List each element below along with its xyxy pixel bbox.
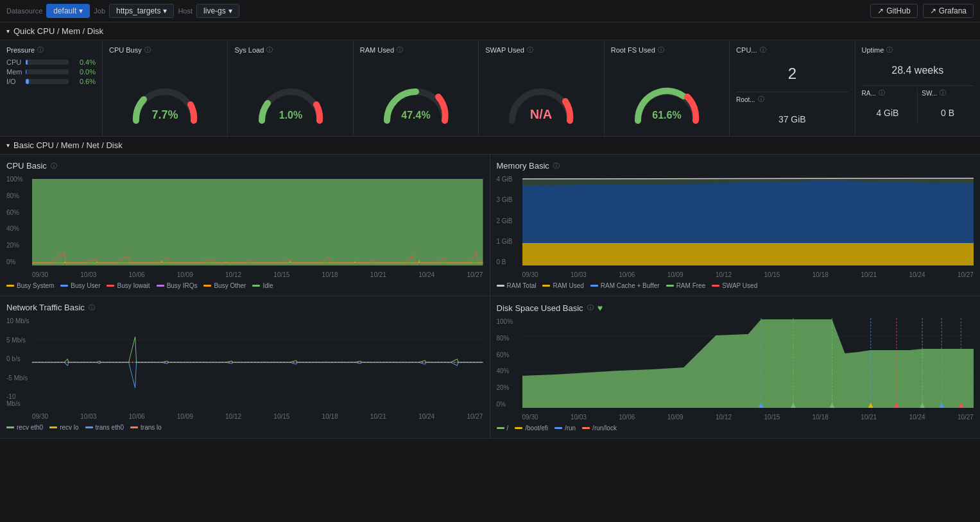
mem-pressure-row: Mem 0.0% (6, 68, 96, 76)
svg-text:47.4%: 47.4% (401, 110, 430, 121)
cpu-cores-value: 2 (736, 58, 848, 89)
cpu-cores-card: CPU... ⓘ 2 Root... ⓘ 37 GiB (730, 40, 855, 136)
svg-text:7.7%: 7.7% (152, 108, 178, 121)
net-x-labels: 09/3010/0310/0610/0910/1210/1510/1810/21… (32, 413, 483, 420)
io-pressure-val: 0.6% (73, 78, 96, 85)
cpu-pressure-row: CPU 0.4% (6, 58, 96, 66)
ram-used-card: RAM Used ⓘ 47.4% (354, 40, 479, 136)
info-icon[interactable]: ⓘ (527, 46, 533, 55)
github-button[interactable]: ↗ GitHub (870, 4, 917, 18)
svg-marker-32 (522, 319, 974, 408)
cpu-pressure-val: 0.4% (73, 58, 96, 66)
external-link-icon: ↗ (877, 6, 884, 15)
info-icon[interactable]: ⓘ (553, 162, 560, 171)
collapse-icon: ▾ (6, 142, 10, 149)
info-icon[interactable]: ⓘ (51, 162, 57, 171)
cpu-busy-gauge: 7.7% (109, 58, 221, 144)
memory-basic-panel: Memory Basic ⓘ 4 GiB3 GiB2 GiB1 GiB0 B (490, 155, 981, 296)
charts-grid: CPU Basic ⓘ 100%80%60%40%20%0% (0, 154, 980, 439)
disk-chart-title: Disk Space Used Basic ⓘ ♥ (497, 303, 974, 313)
mem-bar-fill (26, 69, 26, 74)
net-chart-title: Network Traffic Basic ⓘ (6, 303, 483, 312)
network-basic-panel: Network Traffic Basic ⓘ 10 Mb/s5 Mb/s0 b… (0, 296, 490, 439)
disk-chart-inner (522, 318, 974, 408)
uptime-value: 28.4 weeks (862, 58, 974, 83)
svg-text:1.0%: 1.0% (279, 110, 302, 121)
mem-legend: RAM Total RAM Used RAM Cache + Buffer RA… (497, 282, 974, 289)
disk-legend: / /boot/efi /run /run/lock (497, 425, 974, 432)
info-icon[interactable]: ⓘ (397, 46, 403, 55)
cpu-bar-fill (26, 60, 28, 65)
topbar: Datasource default ▾ Job https_targets ▾… (0, 0, 980, 22)
io-pressure-row: I/O 0.6% (6, 78, 96, 85)
io-bar-fill (26, 79, 29, 84)
swap-used-card: SWAP Used ⓘ N/A (479, 40, 604, 136)
sys-load-card: Sys Load ⓘ 1.0% (228, 40, 353, 136)
net-chart-area: 10 Mb/s5 Mb/s0 b/s-5 Mb/s-10 Mb/s (6, 317, 483, 420)
datasource-dropdown[interactable]: default ▾ (46, 4, 90, 18)
cpu-chart-inner (32, 176, 483, 265)
mem-x-labels: 09/3010/0310/0610/0910/1210/1510/1810/21… (522, 271, 974, 278)
info-icon[interactable]: ⓘ (266, 46, 273, 55)
sys-load-gauge: 1.0% (234, 58, 346, 144)
disk-y-labels: 100%80%60%40%20%0% (497, 318, 521, 408)
svg-text:N/A: N/A (530, 107, 552, 121)
host-label: Host (178, 7, 193, 15)
chevron-down-icon: ▾ (79, 6, 83, 15)
info-icon[interactable]: ⓘ (760, 46, 766, 55)
external-link-icon: ↗ (930, 6, 936, 15)
cpu-x-labels: 09/3010/0310/0610/0910/1210/1510/1810/21… (32, 271, 483, 278)
info-icon[interactable]: ⓘ (658, 46, 664, 55)
info-icon[interactable]: ⓘ (940, 88, 946, 97)
heart-icon: ♥ (597, 303, 603, 313)
ram-size-value: 4 GiB (862, 101, 914, 124)
root-fs-card: Root FS Used ⓘ 61.6% (605, 40, 730, 136)
cpu-basic-panel: CPU Basic ⓘ 100%80%60%40%20%0% (0, 155, 490, 296)
root-fs-gauge: 61.6% (611, 58, 723, 144)
cpu-y-labels: 100%80%60%40%20%0% (6, 176, 31, 265)
cpu-label: CPU (6, 58, 22, 66)
job-dropdown[interactable]: https_targets ▾ (109, 4, 174, 18)
net-legend: recv eth0 recv lo trans eth0 trans lo (6, 424, 483, 431)
svg-marker-18 (522, 181, 974, 243)
mem-y-labels: 4 GiB3 GiB2 GiB1 GiB0 B (497, 176, 521, 265)
disk-x-labels: 09/3010/0310/0610/0910/1210/1510/1810/21… (522, 414, 974, 421)
svg-marker-17 (522, 243, 974, 265)
cpu-chart-title: CPU Basic ⓘ (6, 161, 483, 171)
info-icon[interactable]: ⓘ (886, 46, 893, 55)
info-icon[interactable]: ⓘ (758, 95, 764, 104)
cpu-chart-area: 100%80%60%40%20%0% (6, 176, 483, 278)
io-label: I/O (6, 78, 22, 85)
info-icon[interactable]: ⓘ (144, 46, 151, 55)
disk-chart-area: 100%80%60%40%20%0% (497, 318, 974, 421)
info-icon[interactable]: ⓘ (587, 303, 594, 312)
host-dropdown[interactable]: live-gs ▾ (196, 4, 239, 18)
swap-size-value: 0 B (922, 101, 974, 124)
net-y-labels: 10 Mb/s5 Mb/s0 b/s-5 Mb/s-10 Mb/s (6, 317, 31, 407)
mem-pressure-val: 0.0% (73, 68, 96, 76)
info-icon[interactable]: ⓘ (37, 46, 44, 55)
cpu-bar-bg (26, 60, 69, 65)
quick-stats-row: Pressure ⓘ CPU 0.4% Mem 0.0% I/O 0.6% (0, 40, 980, 137)
job-label: Job (94, 7, 105, 15)
cpu-legend: Busy System Busy User Busy Iowait Busy I… (6, 282, 483, 289)
root-size-value: 37 GiB (736, 108, 848, 131)
mem-chart-inner (522, 176, 974, 265)
disk-basic-panel: Disk Space Used Basic ⓘ ♥ 100%80%60%40%2… (490, 296, 981, 439)
mem-chart-title: Memory Basic ⓘ (497, 161, 974, 171)
svg-text:61.6%: 61.6% (652, 110, 681, 121)
quick-section-header[interactable]: ▾ Quick CPU / Mem / Disk (0, 22, 980, 40)
info-icon[interactable]: ⓘ (879, 88, 885, 97)
mem-label: Mem (6, 68, 22, 76)
grafana-button[interactable]: ↗ Grafana (923, 4, 974, 18)
io-bar-bg (26, 79, 69, 84)
mem-chart-area: 4 GiB3 GiB2 GiB1 GiB0 B (497, 176, 974, 278)
swap-gauge: N/A (485, 58, 597, 144)
ram-used-gauge: 47.4% (360, 58, 472, 144)
info-icon[interactable]: ⓘ (89, 303, 95, 312)
uptime-card: Uptime ⓘ 28.4 weeks RA... ⓘ 4 GiB SW... … (855, 40, 980, 136)
pressure-card: Pressure ⓘ CPU 0.4% Mem 0.0% I/O 0.6% (0, 40, 103, 136)
mem-bar-bg (26, 69, 69, 74)
net-chart-inner (32, 317, 483, 407)
chevron-down-icon: ▾ (163, 6, 167, 15)
